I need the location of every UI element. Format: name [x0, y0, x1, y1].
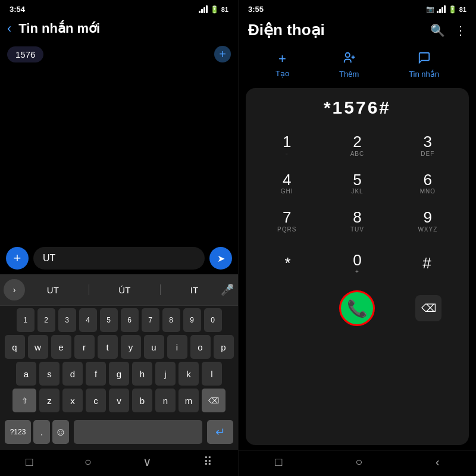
dial-key-2[interactable]: 2 ABC — [323, 127, 391, 163]
dial-key-7[interactable]: 7 PQRS — [253, 203, 321, 239]
dial-key-6[interactable]: 6 MNO — [394, 165, 462, 201]
call-button[interactable]: 📞 — [339, 290, 375, 326]
nav-square-button[interactable]: □ — [26, 455, 33, 469]
num-key[interactable]: ?123 — [5, 420, 31, 444]
enter-key[interactable]: ↵ — [207, 420, 233, 444]
message-input[interactable] — [33, 247, 205, 270]
key-k[interactable]: k — [178, 362, 199, 386]
key-4[interactable]: 4 — [79, 308, 97, 332]
recipient-chip[interactable]: 1576 — [7, 46, 43, 62]
key-y[interactable]: y — [121, 335, 141, 359]
dial-key-1[interactable]: 1 ▫ — [253, 127, 321, 163]
top-bar: ‹ Tin nhắn mới — [0, 16, 238, 41]
key-j[interactable]: j — [155, 362, 176, 386]
expand-suggestions-button[interactable]: › — [4, 279, 25, 300]
emoji-key[interactable]: ☺ — [52, 420, 69, 444]
nav-bar-right: □ ○ ‹ — [239, 450, 476, 476]
key-w[interactable]: w — [28, 335, 48, 359]
shift-button[interactable]: ⇧ — [12, 389, 36, 412]
key-q[interactable]: q — [5, 335, 25, 359]
add-label: Thêm — [339, 70, 359, 79]
send-button[interactable]: ➤ — [209, 247, 232, 270]
battery-icon-right: 🔋 — [448, 5, 457, 14]
dialpad-backspace-button[interactable]: ⌫ — [415, 295, 441, 321]
status-bar-left: 3:54 🔋 81 — [0, 0, 238, 16]
key-l[interactable]: l — [202, 362, 222, 386]
dial-key-3[interactable]: 3 DEF — [394, 127, 462, 163]
key-s[interactable]: s — [39, 362, 60, 386]
dial-key-star[interactable]: * — [264, 249, 312, 278]
key-3[interactable]: 3 — [58, 308, 76, 332]
key-p[interactable]: p — [214, 335, 234, 359]
key-0[interactable]: 0 — [204, 308, 222, 332]
nav-back-right[interactable]: ‹ — [436, 455, 440, 469]
mic-button[interactable]: 🎤 — [217, 283, 238, 296]
add-contact-icon — [343, 51, 356, 67]
key-n[interactable]: n — [155, 389, 176, 412]
key-v[interactable]: v — [109, 389, 129, 412]
key-g[interactable]: g — [109, 362, 129, 386]
backspace-icon: ⌫ — [421, 302, 436, 315]
suggestion-1[interactable]: UT — [40, 283, 66, 298]
key-u[interactable]: u — [144, 335, 164, 359]
dial-key-5[interactable]: 5 JKL — [323, 165, 391, 201]
nav-back-button[interactable]: ∨ — [143, 455, 152, 469]
key-x[interactable]: x — [62, 389, 83, 412]
key-8[interactable]: 8 — [162, 308, 180, 332]
nav-home-right[interactable]: ○ — [355, 455, 362, 469]
search-icon[interactable]: 🔍 — [430, 23, 445, 37]
key-m[interactable]: m — [178, 389, 199, 412]
key-6[interactable]: 6 — [121, 308, 139, 332]
nav-apps-button[interactable]: ⠿ — [203, 455, 212, 469]
key-o[interactable]: o — [190, 335, 211, 359]
more-options-icon[interactable]: ⋮ — [455, 23, 466, 37]
recipient-number: 1576 — [15, 49, 35, 60]
suggestion-2[interactable]: ÚT — [111, 283, 137, 298]
back-button[interactable]: ‹ — [7, 21, 11, 36]
phone-title: Điện thoại — [248, 21, 325, 39]
key-b[interactable]: b — [132, 389, 152, 412]
key-7[interactable]: 7 — [142, 308, 159, 332]
header-icons: 🔍 ⋮ — [430, 23, 466, 37]
svg-point-0 — [345, 53, 349, 57]
nav-home-button[interactable]: ○ — [84, 455, 92, 469]
create-icon: + — [278, 51, 286, 67]
key-d[interactable]: d — [62, 362, 83, 386]
add-recipient-button[interactable]: + — [214, 46, 231, 62]
key-1[interactable]: 1 — [17, 308, 35, 332]
key-e[interactable]: e — [51, 335, 71, 359]
keyboard: 1 2 3 4 5 6 7 8 9 0 q w e r t y u i o p … — [0, 306, 238, 418]
key-5[interactable]: 5 — [100, 308, 118, 332]
key-i[interactable]: i — [167, 335, 187, 359]
row-3: ⇧ z x c v b n m ⌫ — [2, 389, 236, 412]
create-action[interactable]: + Tạo — [275, 51, 289, 79]
nav-square-right[interactable]: □ — [275, 455, 282, 469]
left-status-icons: 🔋 81 — [199, 5, 228, 14]
key-a[interactable]: a — [16, 362, 36, 386]
backspace-button[interactable]: ⌫ — [202, 389, 226, 412]
key-z[interactable]: z — [39, 389, 60, 412]
dialpad-grid: 1 ▫ 2 ABC 3 DEF 4 GHI 5 JKL 6 MNO — [253, 127, 462, 239]
key-r[interactable]: r — [74, 335, 95, 359]
dial-key-0[interactable]: 0 + — [334, 246, 381, 281]
dial-key-9[interactable]: 9 WXYZ — [394, 203, 462, 239]
key-f[interactable]: f — [86, 362, 106, 386]
autocomplete-suggestions: UT ÚT IT — [29, 283, 217, 298]
attach-button[interactable]: + — [6, 247, 29, 270]
add-action[interactable]: Thêm — [339, 51, 359, 79]
row-1: q w e r t y u i o p — [2, 335, 236, 359]
suggestion-3[interactable]: IT — [183, 283, 205, 298]
key-9[interactable]: 9 — [183, 308, 201, 332]
key-c[interactable]: c — [86, 389, 106, 412]
key-h[interactable]: h — [132, 362, 152, 386]
dial-key-4[interactable]: 4 GHI — [253, 165, 321, 201]
comma-key[interactable]: , — [33, 420, 50, 444]
dial-key-8[interactable]: 8 TUV — [323, 203, 391, 239]
key-t[interactable]: t — [98, 335, 118, 359]
spacebar[interactable] — [74, 420, 202, 444]
send-icon: ➤ — [217, 253, 225, 264]
mic-icon: 🎤 — [221, 283, 234, 296]
key-2[interactable]: 2 — [37, 308, 55, 332]
dial-key-hash[interactable]: # — [403, 249, 451, 278]
message-action[interactable]: Tin nhắn — [409, 51, 439, 79]
